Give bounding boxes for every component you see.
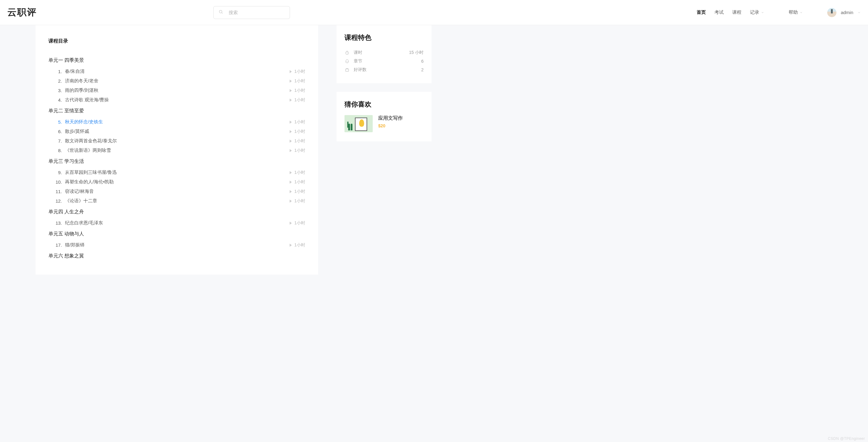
nav-record-label: 记录 [750, 9, 759, 15]
feature-label: 好评数 [354, 67, 417, 72]
play-icon [290, 140, 292, 143]
lesson-meta: 1小时 [290, 220, 305, 226]
logo[interactable]: 云职评 [7, 6, 37, 19]
lesson-item[interactable]: 1.春/朱自清1小时 [49, 67, 305, 76]
nav-home[interactable]: 首页 [697, 9, 706, 15]
lesson-meta: 1小时 [290, 138, 305, 144]
lesson-duration: 1小时 [294, 148, 305, 154]
play-icon [290, 121, 292, 124]
recommend-item[interactable]: 应用文写作 $20 [344, 115, 424, 132]
lesson-number: 13. [49, 220, 65, 226]
chevron-down-icon [761, 11, 764, 14]
lesson-meta: 1小时 [290, 148, 305, 154]
nav-course[interactable]: 课程 [732, 9, 741, 15]
lesson-item[interactable]: 5.秋天的怀念/史铁生1小时 [49, 117, 305, 127]
play-icon [290, 180, 292, 184]
lesson-title: 纪念白求恩/毛泽东 [65, 220, 290, 226]
play-icon [290, 89, 292, 92]
user-menu[interactable]: admin [827, 8, 861, 17]
unit-title[interactable]: 单元一 四季美景 [49, 54, 305, 67]
lesson-number: 5. [49, 120, 65, 125]
play-icon [290, 222, 292, 225]
search-box[interactable] [213, 6, 290, 19]
lesson-item[interactable]: 10.再塑生命的人/海伦•凯勒1小时 [49, 177, 305, 187]
lesson-meta: 1小时 [290, 189, 305, 194]
lesson-duration: 1小时 [294, 189, 305, 194]
nav-help[interactable]: 帮助 [788, 9, 803, 15]
lesson-duration: 1小时 [294, 120, 305, 125]
features-card: 课程特色 课时15 小时章节6好评数2 [337, 25, 432, 83]
recommend-card: 猜你喜欢 应用文写作 $20 [337, 92, 432, 141]
lesson-meta: 1小时 [290, 88, 305, 93]
feature-value: 15 小时 [409, 50, 424, 56]
lesson-title: 济南的冬天/老舍 [65, 78, 290, 84]
lesson-title: 散步/莫怀戚 [65, 129, 290, 134]
feature-label: 课时 [354, 50, 405, 56]
lesson-title: 窃读记/林海音 [65, 189, 290, 194]
unit-title[interactable]: 单元五 动物与人 [49, 228, 305, 240]
lesson-item[interactable]: 3.雨的四季/刘湛秋1小时 [49, 86, 305, 95]
lesson-number: 7. [49, 138, 65, 143]
nav-exam[interactable]: 考试 [714, 9, 724, 15]
recommend-heading: 猜你喜欢 [344, 100, 424, 109]
feature-row: 课时15 小时 [344, 48, 424, 57]
lesson-duration: 1小时 [294, 129, 305, 134]
lesson-meta: 1小时 [290, 179, 305, 185]
lesson-item[interactable]: 11.窃读记/林海音1小时 [49, 187, 305, 196]
lesson-meta: 1小时 [290, 129, 305, 134]
lesson-duration: 1小时 [294, 170, 305, 175]
lesson-item[interactable]: 12.《论语》十二章1小时 [49, 196, 305, 206]
unit-title[interactable]: 单元六 想象之翼 [49, 250, 305, 262]
feature-value: 2 [421, 67, 424, 72]
lesson-item[interactable]: 8.《世说新语》两则咏雪1小时 [49, 146, 305, 155]
lesson-number: 17. [49, 242, 65, 248]
nav-record[interactable]: 记录 [750, 9, 764, 15]
lesson-title: 古代诗歌 观沧海/曹操 [65, 97, 290, 103]
lesson-number: 6. [49, 129, 65, 134]
lesson-number: 9. [49, 170, 65, 175]
lesson-duration: 1小时 [294, 138, 305, 144]
play-icon [290, 171, 292, 174]
lesson-item[interactable]: 17.猫/郑振铎1小时 [49, 240, 305, 250]
unit-title[interactable]: 单元二 至情至爱 [49, 105, 305, 117]
lesson-meta: 1小时 [290, 170, 305, 175]
avatar [827, 8, 836, 17]
username: admin [841, 10, 853, 15]
box-icon [344, 67, 349, 72]
lesson-title: 雨的四季/刘湛秋 [65, 88, 290, 93]
lesson-meta: 1小时 [290, 120, 305, 125]
recommend-title: 应用文写作 [378, 115, 403, 122]
app-header: 云职评 首页 考试 课程 记录 帮助 admin [0, 0, 868, 25]
lesson-duration: 1小时 [294, 88, 305, 93]
play-icon [290, 190, 292, 193]
search-input[interactable] [229, 10, 285, 15]
lesson-item[interactable]: 13.纪念白求恩/毛泽东1小时 [49, 218, 305, 228]
lesson-number: 4. [49, 97, 65, 103]
clock-icon [344, 50, 349, 55]
play-icon [290, 99, 292, 102]
page-body: 课程目录 单元一 四季美景1.春/朱自清1小时2.济南的冬天/老舍1小时3.雨的… [0, 25, 868, 287]
play-icon [290, 130, 292, 133]
lesson-item[interactable]: 4.古代诗歌 观沧海/曹操1小时 [49, 95, 305, 105]
chevron-down-icon [800, 11, 803, 14]
lesson-duration: 1小时 [294, 179, 305, 185]
unit-title[interactable]: 单元三 学习生活 [49, 155, 305, 168]
lesson-item[interactable]: 2.济南的冬天/老舍1小时 [49, 76, 305, 86]
nav-help-label: 帮助 [788, 9, 798, 15]
lesson-item[interactable]: 6.散步/莫怀戚1小时 [49, 127, 305, 136]
lesson-meta: 1小时 [290, 78, 305, 84]
lesson-number: 3. [49, 88, 65, 93]
svg-line-1 [222, 12, 222, 13]
outline-heading: 课程目录 [49, 38, 305, 44]
lesson-duration: 1小时 [294, 198, 305, 204]
lesson-number: 11. [49, 189, 65, 194]
lesson-item[interactable]: 7.散文诗两首金色花/泰戈尔1小时 [49, 136, 305, 146]
lesson-item[interactable]: 9.从百草园到三味书屋/鲁迅1小时 [49, 168, 305, 177]
lesson-duration: 1小时 [294, 97, 305, 103]
play-icon [290, 200, 292, 203]
recommend-price: $20 [378, 123, 403, 128]
unit-title[interactable]: 单元四 人生之舟 [49, 206, 305, 218]
main-nav: 首页 考试 课程 记录 帮助 admin [697, 8, 861, 17]
lesson-title: 《世说新语》两则咏雪 [65, 147, 290, 154]
lesson-title: 再塑生命的人/海伦•凯勒 [65, 179, 290, 185]
